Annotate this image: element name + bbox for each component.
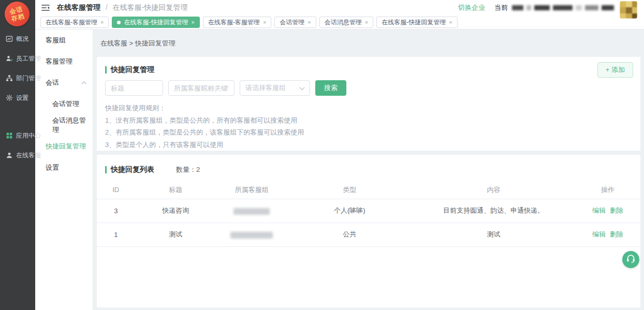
list-section-title: 快捷回复列表 数量：2 [97,155,640,174]
cell-group [216,223,287,246]
edit-link[interactable]: 编辑 [592,230,606,238]
column-header-4: 类型 [287,181,413,199]
agent-icon [6,152,13,159]
tab-close-icon[interactable]: × [191,19,194,25]
delete-link[interactable]: 删除 [610,230,623,238]
column-header-2: 标题 [135,181,217,199]
quick-reply-table: ID标题所属客服组类型内容操作 3快递咨询个人(哆哆)目前支持圆通、韵达、申通快… [97,181,640,247]
apps-icon [6,132,13,139]
quick-reply-search-card: 快捷回复管理 + 添加 请选择客服组 搜索 快捷回复使用规则： 1、没有所属客服… [97,57,640,151]
agent-nickname-input[interactable] [168,80,235,96]
cell-actions: 编辑删除 [575,223,640,246]
chart-icon [6,35,13,42]
redacted-group-name [233,208,270,215]
tab-3[interactable]: 在线客服-客服管理× [203,17,271,28]
submenu-item-4[interactable]: 会话管理 [35,93,93,114]
active-tab-dot [117,21,121,24]
cell-type: 个人(哆哆) [287,199,413,223]
switch-company-link[interactable]: 切换企业 [458,3,485,12]
tab-label: 在线客服-快捷回复管理 [382,18,446,27]
breadcrumb: 在线客服管理 / 在线客服-快捷回复管理 [57,3,187,12]
sidebar-item-label: 应用中心 [16,131,41,140]
sidebar-item-label: 设置 [16,94,28,102]
topbar-right: 切换企业 当前 [458,3,614,12]
cell-content: 目前支持圆通、韵达、申通快递。 [412,199,575,223]
usage-rules-heading: 快捷回复使用规则： [105,102,640,114]
tab-label: 在线客服-客服管理 [46,18,97,27]
sidebar-item-2[interactable]: 员工管理 [0,49,35,68]
title-input[interactable] [105,80,163,96]
tab-close-icon[interactable]: × [308,19,311,25]
section-title-text: 快捷回复管理 [111,65,154,75]
main-content: 在线客服 > 快捷回复管理 快捷回复管理 + 添加 请选择客服组 搜索 快捷回复… [93,29,644,310]
sidebar-fold-icon[interactable] [41,4,50,11]
usage-rule-3: 3、类型是个人的，只有该客服可以使用 [105,139,640,151]
submenu-item-7[interactable]: 设置 [35,157,93,178]
quick-reply-list-card: 快捷回复列表 数量：2 ID标题所属客服组类型内容操作 3快递咨询个人(哆哆)目… [97,155,640,307]
submenu-item-label: 会话 [46,78,59,87]
table-row: 1测试公共测试编辑删除 [97,223,640,246]
headset-icon [626,254,636,265]
edit-link[interactable]: 编辑 [592,206,606,214]
count-value: 2 [196,166,200,173]
tab-label: 在线客服-快捷回复管理 [124,18,188,27]
submenu-item-1[interactable]: 客服组 [35,29,93,51]
table-body: 3快递咨询个人(哆哆)目前支持圆通、韵达、申通快递。编辑删除1测试公共测试编辑删… [97,199,640,246]
page-breadcrumb: 在线客服 > 快捷回复管理 [93,29,644,57]
submenu-item-5[interactable]: 会话消息管理 [35,114,93,136]
tab-6[interactable]: 在线客服-快捷回复管理× [376,17,457,28]
cell-actions: 编辑删除 [575,199,640,223]
add-button[interactable]: + 添加 [597,62,633,78]
submenu-item-label: 会话消息管理 [52,116,86,135]
app-logo[interactable]: 会话 存档 [2,0,32,29]
redacted-company-name [512,5,614,10]
submenu-item-2[interactable]: 客服管理 [35,51,93,72]
tab-close-icon[interactable]: × [365,19,368,25]
tab-label: 会话消息管理 [325,18,362,27]
tab-4[interactable]: 会话管理× [274,17,316,28]
redacted-group-name [230,232,273,239]
breadcrumb-current: 在线客服-快捷回复管理 [113,3,188,11]
group-select[interactable]: 请选择客服组 [240,80,310,96]
submenu-item-label: 设置 [46,163,59,172]
submenu-item-3[interactable]: 会话 [35,72,93,93]
primary-nav: 概况员工管理部门管理设置应用中心在线客服 [0,29,35,165]
sidebar-item-6[interactable]: 在线客服 [0,145,35,165]
list-count: 数量：2 [176,165,200,174]
sidebar-item-4[interactable]: 设置 [0,88,35,108]
tab-1[interactable]: 在线客服-客服管理× [40,17,109,28]
customer-service-fab[interactable] [622,251,639,268]
tab-bar: 在线客服-客服管理×在线客服-快捷回复管理×在线客服-客服管理×会话管理×会话消… [35,16,644,29]
table-header-row: ID标题所属客服组类型内容操作 [97,181,640,199]
secondary-sidebar: 客服组客服管理会话会话管理会话消息管理快捷回复管理设置 [35,29,93,310]
user-avatar[interactable] [620,1,637,19]
tab-5[interactable]: 会话消息管理× [319,17,373,28]
cell-type: 公共 [287,223,413,246]
submenu-item-label: 快捷回复管理 [46,142,86,151]
sidebar-item-5[interactable]: 应用中心 [0,126,35,145]
tab-label: 会话管理 [280,18,304,27]
sidebar-item-label: 在线客服 [16,151,41,160]
tab-close-icon[interactable]: × [263,19,266,25]
usage-rules-list: 1、没有所属客服组，类型是公共的，所有的客服都可以搜索使用2、有所属客服组，类型… [105,114,640,151]
delete-link[interactable]: 删除 [610,206,623,214]
sidebar-item-3[interactable]: 部门管理 [0,68,35,88]
tab-close-icon[interactable]: × [449,19,452,25]
list-title-text: 快捷回复列表 [111,165,154,174]
breadcrumb-root[interactable]: 在线客服管理 [57,3,100,11]
sidebar-item-1[interactable]: 概况 [0,29,35,49]
current-company-label: 当前 [494,3,508,12]
sidebar-item-label: 部门管理 [16,74,41,83]
cell-title: 快递咨询 [135,199,217,223]
staff-icon [6,55,13,62]
tab-close-icon[interactable]: × [100,19,104,25]
tab-2[interactable]: 在线客服-快捷回复管理× [112,17,199,28]
tab-label: 在线客服-客服管理 [208,18,260,27]
search-button[interactable]: 搜索 [315,80,346,96]
submenu-item-label: 客服管理 [46,57,72,66]
submenu-item-label: 客服组 [46,36,66,45]
count-label: 数量： [176,166,196,173]
sidebar-item-label: 概况 [16,35,28,43]
submenu-item-6[interactable]: 快捷回复管理 [35,136,93,157]
cell-id: 3 [97,199,135,223]
